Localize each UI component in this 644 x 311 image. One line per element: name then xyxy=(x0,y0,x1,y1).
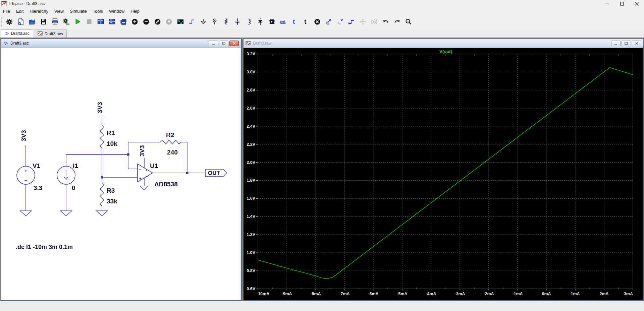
label-net-button[interactable] xyxy=(210,17,220,27)
v1-ref-label[interactable]: V1 xyxy=(33,162,41,169)
menu-file[interactable]: File xyxy=(0,8,13,14)
place-ground-icon xyxy=(200,18,207,26)
halt-icon xyxy=(86,18,93,26)
v1-plus: + xyxy=(24,168,27,174)
menu-edit[interactable]: Edit xyxy=(13,8,26,14)
spice-directive-text[interactable]: .dc I1 -10m 3m 0.1m xyxy=(16,244,73,250)
find-button[interactable] xyxy=(404,17,414,27)
v1-rail-label[interactable]: 3V3 xyxy=(20,130,27,141)
find-icon xyxy=(405,18,412,26)
minimize-button[interactable] xyxy=(600,0,614,7)
x-tick-label: -3mA xyxy=(454,292,465,296)
x-tick-label: 2mA xyxy=(599,292,608,296)
menu-help[interactable]: Help xyxy=(127,8,143,14)
waveform-minimize-button[interactable] xyxy=(611,41,621,46)
y-tick-label: 2.6V xyxy=(247,106,255,111)
x-tick-label: -5mA xyxy=(397,292,407,296)
redo-icon xyxy=(393,18,401,26)
print-button[interactable] xyxy=(50,17,60,27)
control-panel-button[interactable] xyxy=(4,17,14,27)
trace-V(out)[interactable] xyxy=(258,67,633,278)
r2-ref-label[interactable]: R2 xyxy=(166,131,174,138)
schematic-close-button[interactable] xyxy=(229,41,239,46)
drag-button[interactable] xyxy=(346,17,357,27)
redo-button[interactable] xyxy=(392,17,402,27)
u1-rail-label[interactable]: 3V3 xyxy=(139,145,146,157)
tile-vertical-button[interactable] xyxy=(96,17,106,27)
menu-window[interactable]: Window xyxy=(106,8,127,14)
new-schematic-button[interactable] xyxy=(16,17,26,27)
schematic-titlebar[interactable]: Draft3.asc xyxy=(1,39,241,48)
undo-icon xyxy=(382,18,389,26)
open-button[interactable] xyxy=(27,17,37,27)
plot-svg[interactable]: 0.6V0.8V1.0V1.2V1.4V1.6V1.8V2.0V2.2V2.4V… xyxy=(244,48,643,300)
r3-ref-label[interactable]: R3 xyxy=(107,187,115,194)
autorange-waveform-button[interactable] xyxy=(175,17,185,27)
waveform-window: Draft3.raw V(out) 0.6V0.8V1.0V1.2V1.4V1.… xyxy=(243,39,644,301)
waveform-titlebar[interactable]: Draft3.raw xyxy=(244,39,643,48)
r1-ref-label[interactable]: R1 xyxy=(107,129,115,136)
menu-tools[interactable]: Tools xyxy=(90,8,106,14)
r2-value-label[interactable]: 240 xyxy=(167,149,178,156)
r1-rail-label[interactable]: 3V3 xyxy=(96,102,103,113)
place-text-button[interactable]: t xyxy=(289,17,300,27)
schematic-canvas[interactable]: + − − + + − 3V3 3V3 3V3 V1 3.3 I1 xyxy=(1,48,240,300)
zoom-full-extents-button[interactable] xyxy=(153,17,163,27)
save-button[interactable] xyxy=(39,17,49,27)
schematic-maximize-button[interactable] xyxy=(219,41,228,46)
tab-draft3-raw[interactable]: Draft3.raw xyxy=(34,29,67,38)
place-diode-button[interactable] xyxy=(255,17,265,27)
schematic-minimize-button[interactable] xyxy=(209,41,218,46)
waveform-canvas[interactable]: V(out) 0.6V0.8V1.0V1.2V1.4V1.6V1.8V2.0V2… xyxy=(244,48,643,300)
place-resistor-button[interactable] xyxy=(221,17,231,27)
delete-button[interactable] xyxy=(312,17,322,27)
zoom-out-button[interactable] xyxy=(141,17,151,27)
new-schematic-icon xyxy=(17,18,24,26)
zoom-in-button[interactable] xyxy=(130,17,140,27)
paste-button xyxy=(335,17,345,27)
u1-value-label[interactable]: AD8538 xyxy=(154,181,178,188)
place-component-button[interactable] xyxy=(267,17,277,27)
control-panel-icon xyxy=(6,18,13,26)
trace-legend[interactable]: V(out) xyxy=(439,49,452,54)
tab-draft3-asc[interactable]: Draft3.asc xyxy=(1,29,33,38)
r3-value-label[interactable]: 33k xyxy=(107,198,117,205)
y-tick-label: 2.8V xyxy=(247,88,255,92)
place-capacitor-button[interactable] xyxy=(232,17,243,27)
inverting-wire[interactable] xyxy=(128,154,138,169)
tabbar: Draft3.asc Draft3.raw xyxy=(0,29,644,38)
close-button[interactable] xyxy=(629,0,644,7)
tile-horizontal-button[interactable] xyxy=(107,17,117,27)
menu-hierarchy[interactable]: Hierarchy xyxy=(26,8,51,14)
x-tick-label: -8mA xyxy=(310,292,321,296)
undo-button[interactable] xyxy=(381,17,391,27)
place-inductor-button[interactable] xyxy=(244,17,254,27)
zoom-previous-button xyxy=(164,17,174,27)
i1-value-label[interactable]: 0 xyxy=(72,184,75,191)
place-net-button[interactable]: net xyxy=(278,17,288,27)
out-flag-label[interactable]: OUT xyxy=(208,170,220,176)
u1-power-minus-mark: − xyxy=(145,174,148,179)
i1-source[interactable] xyxy=(57,154,128,216)
r1-resistor[interactable] xyxy=(100,117,104,148)
place-text-icon: t xyxy=(291,18,298,26)
menu-view[interactable]: View xyxy=(51,8,67,14)
cascade-button[interactable] xyxy=(118,17,128,27)
menu-simulate[interactable]: Simulate xyxy=(67,8,90,14)
run-button[interactable] xyxy=(73,17,83,27)
edit-simulation-cmd-button[interactable]: ac xyxy=(61,17,71,27)
spice-directive-button[interactable]: t xyxy=(301,17,311,27)
u1-ref-label[interactable]: U1 xyxy=(150,162,158,169)
mdi-area: Draft3.asc xyxy=(0,38,644,301)
ltspice-logo-icon xyxy=(1,1,7,6)
r1-value-label[interactable]: 10k xyxy=(107,140,117,147)
copy-button[interactable] xyxy=(324,17,334,27)
maximize-button[interactable] xyxy=(614,0,629,7)
i1-ref-label[interactable]: I1 xyxy=(73,162,78,169)
r3-resistor[interactable] xyxy=(96,183,108,216)
waveform-close-button[interactable] xyxy=(632,41,641,46)
v1-value-label[interactable]: 3.3 xyxy=(34,184,42,191)
waveform-maximize-button[interactable] xyxy=(622,41,631,46)
draw-wire-button[interactable] xyxy=(187,17,197,27)
place-ground-button[interactable] xyxy=(198,17,208,27)
